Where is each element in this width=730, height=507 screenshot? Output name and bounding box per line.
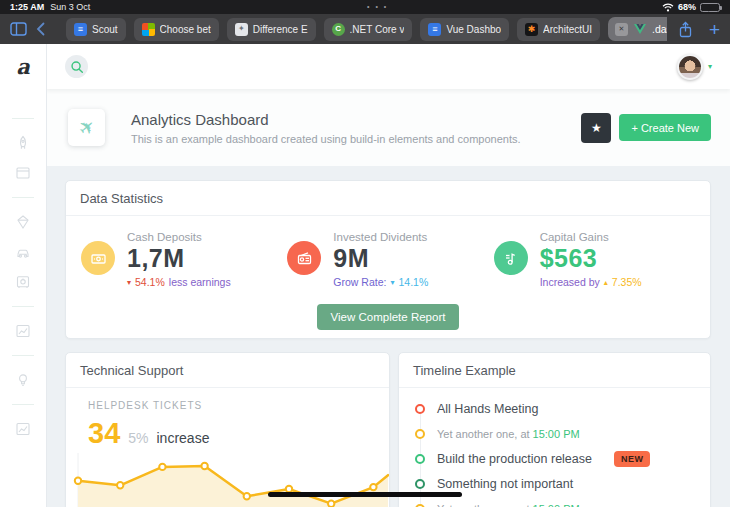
- charging-bolt-icon: [706, 4, 713, 12]
- timeline-list: All Hands Meeting Yet another one, at15:…: [399, 388, 710, 507]
- divider: [12, 355, 34, 356]
- ticket-count: 34: [88, 418, 120, 448]
- stat-widget-capital-gains: Capital Gains $563 Increased by ▴ 7.35%: [494, 224, 700, 294]
- stat-value: 1,7M: [127, 243, 231, 273]
- helpdesk-kicker: HELPDESK TICKETS: [88, 400, 389, 411]
- back-icon[interactable]: [36, 22, 45, 36]
- timeline-dot: [415, 404, 425, 414]
- stat-label: Cash Deposits: [127, 231, 231, 243]
- cash-icon: [81, 241, 115, 275]
- multitask-dots-icon[interactable]: • • •: [367, 3, 388, 10]
- dotnet-favicon: C: [332, 23, 345, 36]
- status-bar: 1:25 AM Sun 3 Oct • • • 68%: [0, 0, 730, 14]
- card-title: Technical Support: [66, 353, 389, 388]
- new-tab-icon[interactable]: +: [709, 20, 720, 39]
- stat-delta: 14.1%: [398, 276, 428, 288]
- battery-percent: 68%: [678, 2, 696, 12]
- search-button[interactable]: [65, 55, 88, 78]
- timeline-card: Timeline Example All Hands Meeting Yet a…: [398, 352, 711, 507]
- chevron-down-icon: ▾: [708, 62, 712, 71]
- stats-footer: View Complete Report: [66, 294, 710, 340]
- tab-net-core[interactable]: C .NET Core v: [324, 18, 413, 41]
- sidebar-nav: [0, 109, 46, 444]
- stat-note: Grow Rate:: [333, 276, 386, 288]
- divider: [12, 306, 34, 307]
- sidebar-toggle-icon[interactable]: [10, 22, 27, 36]
- up-arrow-icon: ▴: [604, 278, 608, 287]
- timeline-dot: [415, 454, 425, 464]
- timeline-dot: [415, 429, 425, 439]
- avatar[interactable]: [677, 54, 703, 80]
- app-header: ▾: [47, 44, 730, 89]
- stat-delta: 7.35%: [612, 276, 642, 288]
- create-new-button[interactable]: + Create New: [619, 114, 711, 141]
- down-arrow-icon: ▾: [127, 278, 131, 287]
- divider: [12, 404, 34, 405]
- screen: 1:25 AM Sun 3 Oct • • • 68% ≡ Scout: [0, 0, 730, 507]
- favorite-button[interactable]: ★: [581, 113, 611, 143]
- sidebar-item-chart-icon[interactable]: [15, 323, 31, 339]
- home-indicator[interactable]: [268, 492, 462, 497]
- timeline-item: All Hands Meeting: [415, 396, 694, 421]
- vue-dashboard-favicon: ≡: [428, 23, 441, 36]
- radio-icon: [287, 241, 321, 275]
- sidebar-item-car-icon[interactable]: [15, 244, 31, 260]
- tab-vue-dashboard[interactable]: ≡ Vue Dashbo: [420, 18, 509, 41]
- view-complete-report-button[interactable]: View Complete Report: [317, 304, 460, 330]
- airplane-icon: ✈: [73, 114, 100, 142]
- sidebar-item-rocket-icon[interactable]: [15, 135, 31, 151]
- sidebar-item-lightbulb-icon[interactable]: [15, 372, 31, 388]
- timeline-item: Yet another one, at15:00 PM: [415, 421, 694, 446]
- star-icon: ★: [591, 121, 602, 135]
- tab-bar: ≡ Scout Choose bet ✦ Difference E C .NET…: [66, 17, 667, 41]
- sidebar-item-safe-icon[interactable]: [15, 274, 31, 290]
- helpdesk-chart: [66, 453, 390, 507]
- search-icon: [70, 60, 84, 74]
- timeline-time: 15:00 PM: [533, 428, 580, 440]
- tab-architectui[interactable]: ✱ ArchitectUI: [517, 18, 600, 41]
- stat-widget-invested-dividents: Invested Dividents 9M Grow Rate: ▾ 14.1%: [287, 224, 493, 294]
- page-content: ✈ Analytics Dashboard This is an example…: [47, 89, 730, 507]
- page-subtitle: This is an example dashboard created usi…: [131, 133, 521, 145]
- tab-scout[interactable]: ≡ Scout: [66, 18, 126, 41]
- sidebar-item-browser-icon[interactable]: [15, 165, 31, 181]
- timeline-item: Build the production release NEW: [415, 446, 694, 471]
- card-title: Data Statistics: [66, 181, 710, 216]
- share-icon[interactable]: [678, 21, 693, 38]
- stat-note: Increased by: [540, 276, 600, 288]
- address-bar[interactable]: ✕ .dashboardpack.com •••: [608, 17, 667, 41]
- divider: [12, 118, 34, 119]
- card-title: Timeline Example: [399, 353, 710, 388]
- wifi-icon: [662, 3, 674, 12]
- sidebar-item-graph-icon[interactable]: [15, 421, 31, 437]
- technical-support-card: Technical Support HELPDESK TICKETS 34 5%…: [65, 352, 390, 507]
- stat-widget-cash-deposits: Cash Deposits 1,7M ▾ 54.1% less earnings: [81, 224, 287, 294]
- ticket-percent: 5%: [128, 430, 148, 446]
- app-logo[interactable]: a: [0, 44, 46, 89]
- stats-body: Cash Deposits 1,7M ▾ 54.1% less earnings: [66, 216, 710, 294]
- page-title-section: ✈ Analytics Dashboard This is an example…: [47, 89, 730, 166]
- tab-choose-between[interactable]: Choose bet: [134, 18, 219, 41]
- difference-favicon: ✦: [235, 23, 248, 36]
- scout-favicon: ≡: [74, 23, 87, 36]
- close-tab-icon[interactable]: ✕: [615, 23, 628, 36]
- stat-note: less earnings: [169, 276, 231, 288]
- data-statistics-card: Data Statistics Cash Deposits 1,7M ▾ 54.…: [65, 180, 711, 339]
- stat-value: $563: [540, 243, 642, 273]
- timeline-item: Yet another one, at15:00 PM: [415, 496, 694, 507]
- user-menu[interactable]: ▾: [677, 54, 712, 80]
- tab-difference[interactable]: ✦ Difference E: [227, 18, 316, 41]
- microsoft-favicon: [142, 23, 155, 36]
- stat-delta: 54.1%: [135, 276, 165, 288]
- divider: [12, 197, 34, 198]
- sidebar-item-diamond-icon[interactable]: [15, 214, 31, 230]
- stat-label: Invested Dividents: [333, 231, 428, 243]
- battery-icon: [700, 3, 720, 12]
- app-sidebar: a: [0, 44, 47, 507]
- new-badge: NEW: [614, 451, 651, 467]
- url-text: .dashboardpack.com: [652, 23, 667, 35]
- ticket-percent-label: increase: [157, 430, 210, 446]
- clock: 1:25 AM: [10, 2, 44, 12]
- stat-value: 9M: [333, 243, 428, 273]
- timeline-dot: [415, 504, 425, 507]
